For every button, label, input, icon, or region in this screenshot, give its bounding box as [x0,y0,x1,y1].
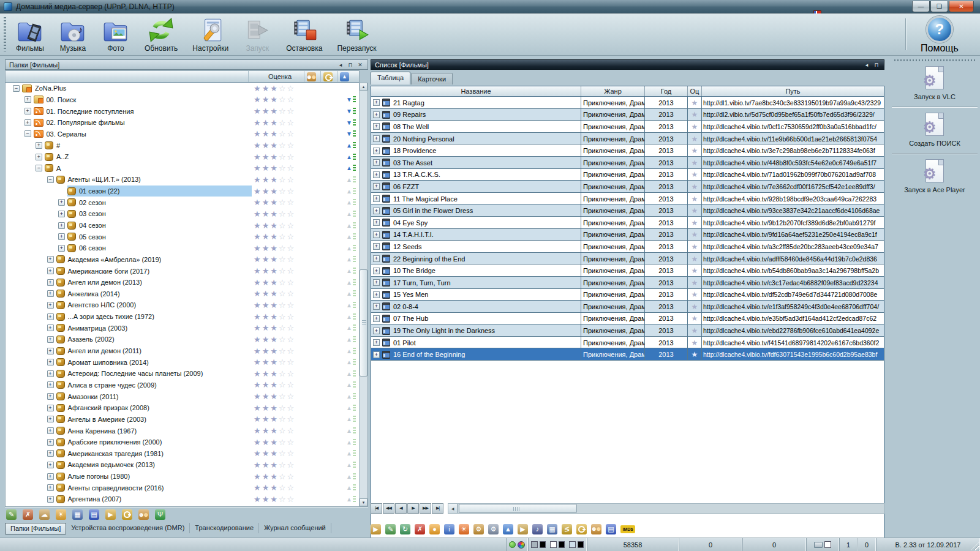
pin-icon[interactable]: ⊓ [347,62,354,68]
table-row[interactable]: +18 ProvidenceПриключения, Драма2013★htt… [371,144,884,157]
expand-icon[interactable]: + [47,381,54,388]
users-icon[interactable] [138,509,149,520]
edit-icon[interactable]: ✎ [6,509,17,520]
edit-document-icon[interactable]: ✎ [385,524,396,534]
expand-icon[interactable]: + [373,123,380,130]
restart-button[interactable]: Перезапуск [330,15,383,54]
rating-stars[interactable]: ★★★☆☆ [254,140,295,151]
column-header[interactable]: Название [371,86,581,96]
tree-item[interactable]: +02. Популярные фильмы★★★☆☆▼ [6,117,360,129]
tab-устройства-воспроизведения-dmr-[interactable]: Устройства воспроизведения (DMR) [66,523,190,533]
rating-stars[interactable]: ★★★☆☆ [254,277,295,288]
rating-star-icon[interactable]: ★ [688,157,702,169]
sort-up-icon[interactable]: ▲ [346,391,356,402]
tree-item[interactable]: −ZoNa.Plus★★★☆☆ [6,83,360,94]
tree-item[interactable]: +Аниматрица (2003)★★★☆☆▲ [6,322,360,334]
expand-icon[interactable]: + [58,211,65,217]
table-row[interactable]: +03 The AssetПриключения, Драма2013★http… [371,157,884,169]
rating-stars[interactable]: ★★★☆☆ [254,471,295,482]
rating-star-icon[interactable]: ★ [688,97,702,109]
prev-record-button[interactable]: ◀ [395,503,407,514]
expand-icon[interactable]: + [47,427,54,434]
table-row[interactable]: +14 T.A.H.I.T.I.Приключения, Драма2013★h… [371,229,884,241]
sort-up-icon[interactable]: ▲ [346,380,356,391]
expand-icon[interactable]: + [47,348,54,354]
tree-item[interactable]: +06 сезон★★★☆☆▲ [6,242,360,254]
expand-icon[interactable]: + [373,291,380,298]
sort-up-icon[interactable]: ▲ [346,288,356,300]
tab-папки-фильмы-[interactable]: Папки [Фильмы] [5,523,66,534]
expand-icon[interactable]: + [47,290,54,297]
rating-stars[interactable]: ★★★☆☆ [254,254,295,266]
tree-item[interactable]: +01 сезон (22)★★★☆☆▲ [6,186,360,197]
expand-icon[interactable]: + [58,222,65,229]
rating-stars[interactable]: ★★★☆☆ [254,356,295,368]
weather-icon[interactable]: ☀ [56,509,66,520]
sort-up-icon[interactable]: ▲ [346,186,356,197]
sort-up-icon[interactable]: ▲ [346,299,356,311]
expand-icon[interactable]: + [373,303,380,310]
rating-stars[interactable]: ★★★☆☆ [254,448,295,460]
expand-icon[interactable]: + [373,183,380,190]
rating-star-icon[interactable]: ★ [688,241,702,253]
expand-icon[interactable]: + [47,450,54,457]
tree-item[interactable]: +Алые погоны (1980)★★★☆☆▲ [6,471,360,482]
table-row[interactable]: +13 T.R.A.C.K.S.Приключения, Драма2013★h… [371,169,884,181]
sort-down-icon[interactable]: ▼ [346,117,356,129]
rating-star-icon[interactable]: ★ [688,193,702,205]
imdb-icon[interactable]: IMDb [620,525,635,533]
sort-up-icon[interactable]: ▲ [346,345,356,357]
tree-item[interactable]: +03 сезон★★★☆☆▲ [6,208,360,220]
tree-item[interactable]: −А★★★☆☆▲ [6,162,360,174]
rating-stars[interactable]: ★★★☆☆ [254,437,295,448]
rating-stars[interactable]: ★★★☆☆ [254,94,295,106]
rating-stars[interactable]: ★★★☆☆ [254,402,295,414]
sort-up-icon[interactable]: ▲ [346,220,356,231]
expand-icon[interactable]: + [58,199,65,206]
key-icon[interactable] [576,524,587,534]
sort-up-icon[interactable]: ▲ [346,151,356,163]
tree-scrollbar-thumb[interactable] [360,269,368,377]
tree-item[interactable]: +Алиса в стране чудес (2009)★★★☆☆▲ [6,380,360,391]
tree-item[interactable]: +Агенты справедливости (2016)★★★☆☆▲ [6,482,360,493]
sort-up-icon[interactable]: ▲ [346,311,356,323]
maximize-button[interactable]: ❏ [930,1,948,12]
table-row[interactable]: +10 The BridgeПриключения, Драма2013★htt… [371,264,884,277]
rating-stars[interactable]: ★★★☆☆ [254,368,295,380]
tree-item[interactable]: +...А зори здесь тихие (1972)★★★☆☆▲ [6,311,360,323]
scroll-left-icon[interactable]: ◀ [448,504,458,513]
rating-stars[interactable]: ★★★☆☆ [254,288,295,300]
expand-icon[interactable]: + [47,279,54,286]
view-tab-cards[interactable]: Карточки [411,73,453,84]
tab-журнал-сообщений[interactable]: Журнал сообщений [259,523,331,533]
tree-item[interactable]: +Академия «Амбрелла» (2019)★★★☆☆▲ [6,254,360,266]
last-record-button[interactable]: ▶| [432,503,443,514]
rating-stars[interactable]: ★★★☆☆ [254,482,295,493]
tree-item[interactable]: +04 сезон★★★☆☆▲ [6,220,360,231]
sort-down-icon[interactable]: ▼ [346,105,356,117]
tree-item[interactable]: +Аргентина (2007)★★★☆☆▲ [6,493,360,505]
expand-icon[interactable]: + [36,142,42,149]
audio-icon[interactable]: ♪ [532,524,543,534]
toolbar-drag-handle[interactable] [4,17,6,51]
flash-doc-icon[interactable]: ≶ [562,524,572,534]
close-button[interactable]: ✕ [949,1,974,12]
table-row[interactable]: +17 Turn, Turn, TurnПриключения, Драма20… [371,277,884,289]
tree-item[interactable]: −03. Сериалы★★★☆☆▼ [6,129,360,140]
rating-star-icon[interactable]: ★ [688,277,702,289]
sort-up-icon[interactable]: ▲ [346,471,356,482]
expand-icon[interactable]: + [47,324,54,331]
rating-stars[interactable]: ★★★☆☆ [254,380,295,391]
rating-star-icon[interactable]: ★ [688,337,702,349]
expand-icon[interactable]: + [373,148,380,154]
rating-star-icon[interactable]: ★ [688,181,702,193]
panel-splitter[interactable] [884,56,889,538]
tree-item[interactable]: +Афганский призрак (2008)★★★☆☆▲ [6,402,360,414]
sort-up-icon[interactable]: ▲ [346,208,356,220]
sort-down-icon[interactable]: ▼ [346,129,356,140]
expand-icon[interactable]: + [373,268,380,274]
expand-icon[interactable]: + [373,159,380,166]
expand-icon[interactable]: + [373,208,380,214]
expand-icon[interactable]: + [373,99,380,106]
rating-stars[interactable]: ★★★☆☆ [254,334,295,345]
